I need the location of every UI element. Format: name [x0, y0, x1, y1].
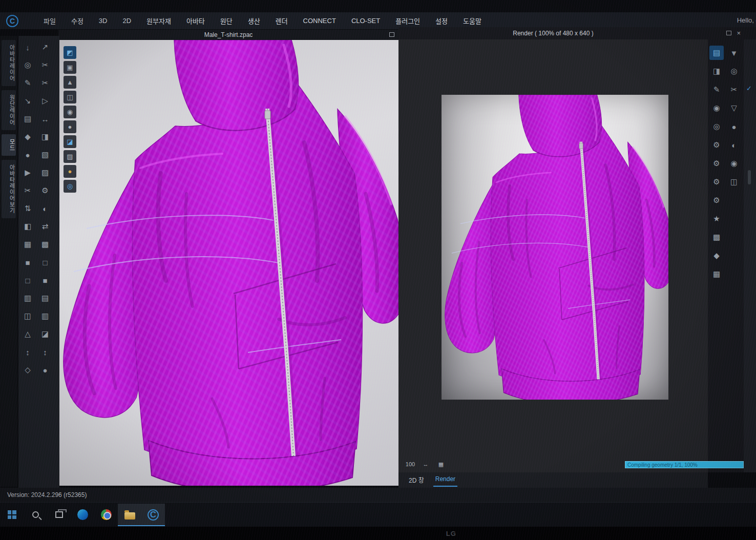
chrome-taskbar-button[interactable] [94, 504, 118, 526]
tool-icon[interactable]: ◐ [38, 201, 52, 216]
tool-icon[interactable]: ◧ [20, 219, 35, 234]
render-tool-icon[interactable]: ▩ [709, 230, 724, 244]
tool-icon[interactable]: ■ [20, 255, 35, 269]
edge-taskbar-button[interactable] [71, 504, 94, 526]
menu-item[interactable]: 아바타 [179, 12, 213, 30]
render-tool-icon[interactable]: ◎ [727, 64, 741, 78]
render-tool-icon[interactable]: ◉ [727, 156, 741, 171]
menu-item[interactable]: 2D [115, 12, 139, 30]
menu-item[interactable]: 원부자재 [139, 12, 179, 30]
tool-icon[interactable]: ◎ [20, 58, 35, 72]
tool-icon[interactable]: ▧ [38, 148, 52, 162]
render-tool-icon[interactable]: ▦ [709, 267, 724, 281]
tool-icon[interactable]: ↗ [38, 40, 52, 54]
viewport-toggle-icon[interactable]: ● [64, 165, 76, 178]
viewport-toggle-icon[interactable]: ◪ [64, 135, 76, 148]
tool-icon[interactable]: □ [38, 255, 52, 269]
start-button[interactable] [0, 504, 24, 526]
tool-icon[interactable]: ↕ [20, 345, 35, 359]
account-greeting[interactable]: Hello, c [737, 16, 756, 24]
render-tool-icon[interactable]: ⚙ [709, 193, 724, 207]
menu-item[interactable]: 수정 [64, 12, 91, 30]
taskbar-search-button[interactable] [24, 504, 47, 526]
viewport-toggle-icon[interactable]: ● [64, 120, 76, 133]
close-icon[interactable]: × [737, 31, 741, 35]
tool-icon[interactable]: ▶ [20, 165, 35, 180]
tool-icon[interactable]: ▤ [38, 291, 52, 305]
viewport-toggle-icon[interactable]: ◫ [64, 91, 76, 103]
side-tab[interactable]: 모드 [2, 134, 16, 156]
viewport-toggle-icon[interactable]: ▨ [64, 150, 76, 163]
tool-icon[interactable]: ● [20, 148, 35, 162]
viewport-toggle-icon[interactable]: ▣ [64, 61, 76, 74]
render-tab[interactable]: Render [433, 473, 457, 487]
tool-icon[interactable]: ▦ [20, 237, 35, 252]
viewport-toggle-icon[interactable]: ◉ [64, 106, 76, 118]
tool-icon[interactable]: ◫ [20, 309, 35, 323]
render-tool-icon[interactable]: ✂ [727, 82, 741, 97]
tool-icon[interactable]: ◇ [20, 363, 35, 377]
side-tab[interactable]: 아바타레이어보기 [2, 160, 16, 218]
garment-3d-hoodie[interactable] [58, 40, 398, 486]
tool-icon[interactable]: ✂ [38, 58, 52, 72]
tool-icon[interactable]: ↓ [20, 40, 35, 54]
render-tool-icon[interactable]: ▤ [709, 46, 724, 60]
render-tool-icon[interactable]: ◫ [727, 175, 741, 189]
tool-icon[interactable]: ▤ [20, 112, 35, 126]
tool-icon[interactable]: △ [20, 327, 35, 341]
render-tool-icon[interactable]: ● [727, 119, 741, 134]
tool-icon[interactable]: ▷ [38, 94, 52, 108]
side-tab[interactable]: 원단레이어 [2, 90, 16, 130]
viewport-toggle-icon[interactable]: ◩ [64, 46, 76, 59]
tool-icon[interactable]: ↔ [38, 112, 52, 126]
render-window-titlebar[interactable]: Render ( 100% of 480 x 640 ) × [398, 27, 756, 39]
tool-icon[interactable]: ⚙ [38, 183, 52, 198]
viewport-titlebar[interactable]: Male_T-shirt.zpac [58, 30, 398, 40]
tool-icon[interactable]: ■ [38, 273, 52, 287]
file-explorer-taskbar-button[interactable] [118, 504, 141, 526]
tool-icon[interactable]: ✂ [38, 76, 52, 90]
tool-icon[interactable]: ◪ [38, 327, 52, 341]
menu-item[interactable]: 생산 [240, 12, 268, 30]
render-canvas[interactable]: 100↔▦ [398, 39, 708, 472]
render-tool-icon[interactable]: ★ [709, 212, 724, 226]
zoom-tool-icon[interactable]: 100 [405, 459, 416, 470]
menu-item[interactable]: 파일 [36, 12, 64, 30]
tool-icon[interactable]: ✎ [20, 76, 35, 90]
check-icon[interactable]: ✓ [746, 85, 752, 92]
tool-icon[interactable]: ▩ [38, 237, 52, 252]
zoom-tool-icon[interactable]: ▦ [435, 459, 447, 470]
render-tool-icon[interactable]: ⚙ [709, 156, 724, 171]
clo-taskbar-button[interactable]: C [141, 504, 165, 526]
restore-window-icon[interactable] [726, 31, 731, 35]
side-tab[interactable]: 아바타레이어 [2, 40, 16, 86]
render-tool-icon[interactable]: ◐ [727, 138, 741, 152]
menu-item[interactable]: CLO-SET [344, 12, 388, 30]
viewport-3d-canvas[interactable]: ◩▣▲◫◉●◪▨●◎ [58, 40, 398, 486]
tool-icon[interactable]: ▨ [38, 165, 52, 180]
menu-item[interactable]: 렌더 [268, 12, 296, 30]
menu-item[interactable]: 3D [91, 12, 115, 30]
render-tool-icon[interactable]: ⚙ [709, 175, 724, 189]
tool-icon[interactable]: ↕ [38, 345, 52, 359]
tool-icon[interactable]: ● [38, 363, 52, 377]
tool-icon[interactable]: □ [20, 273, 35, 287]
task-view-button[interactable] [47, 504, 71, 526]
render-tool-icon[interactable]: ⚙ [709, 138, 724, 152]
menu-item[interactable]: CONNECT [296, 12, 344, 30]
render-tool-icon[interactable]: ▼ [727, 46, 741, 60]
menu-item[interactable]: 원단 [213, 12, 240, 30]
tool-icon[interactable]: ⇄ [38, 219, 52, 234]
tool-icon[interactable]: ↘ [20, 94, 35, 108]
tool-icon[interactable]: ▥ [20, 291, 35, 305]
render-tool-icon[interactable]: ▽ [727, 101, 741, 115]
tool-icon[interactable]: ⇅ [20, 201, 35, 216]
render-tool-icon[interactable]: ◉ [709, 101, 724, 115]
zoom-tool-icon[interactable]: ↔ [420, 459, 431, 470]
scrollbar-thumb[interactable] [748, 170, 751, 184]
render-tool-icon[interactable]: ◆ [709, 248, 724, 263]
tool-icon[interactable]: ◆ [20, 130, 35, 144]
viewport-toggle-icon[interactable]: ◎ [64, 180, 76, 193]
clo-logo-icon[interactable]: C [6, 15, 18, 27]
render-tool-icon[interactable]: ✎ [709, 82, 724, 97]
